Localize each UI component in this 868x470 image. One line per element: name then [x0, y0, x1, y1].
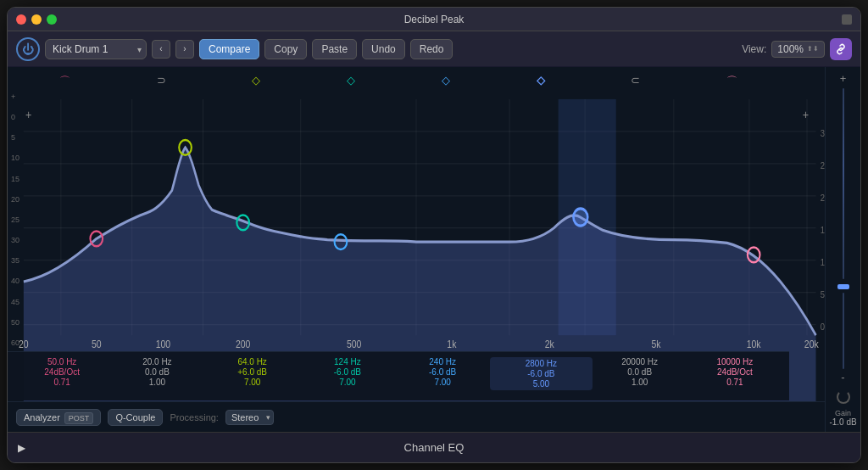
nav-back-button[interactable]: ‹: [152, 40, 170, 59]
preset-select[interactable]: Kick Drum 1: [45, 39, 147, 59]
band6-freq: 2800 Hz: [526, 359, 557, 368]
preset-wrapper: Kick Drum 1: [45, 39, 147, 59]
link-icon: [835, 43, 847, 55]
redo-button[interactable]: Redo: [410, 39, 453, 59]
band8-gain: 24dB/Oct: [717, 367, 753, 377]
processing-wrapper: Stereo Left Right Mid Side: [225, 409, 274, 425]
maximize-button[interactable]: [47, 14, 57, 25]
band2-freq: 20.0 Hz: [142, 357, 171, 366]
analyzer-label: Analyzer: [24, 412, 60, 422]
gain-value: -1.0 dB: [829, 417, 856, 427]
toolbar: ⏻ Kick Drum 1 ‹ › Compare Copy Paste Und…: [8, 31, 860, 67]
band7-freq: 20000 Hz: [621, 357, 658, 366]
qcouple-button[interactable]: Q-Couple: [108, 409, 163, 426]
svg-text:200: 200: [236, 338, 250, 350]
gain-slider-thumb[interactable]: [837, 284, 849, 289]
svg-text:20k: 20k: [804, 338, 819, 350]
band6-node: [573, 209, 587, 226]
svg-text:+: +: [803, 107, 809, 121]
svg-text:500: 500: [347, 338, 361, 350]
minimize-button[interactable]: [31, 14, 42, 25]
band3-q: 7.00: [244, 378, 260, 387]
close-button[interactable]: [16, 14, 26, 25]
traffic-lights: [16, 14, 57, 25]
svg-text:2k: 2k: [545, 338, 554, 350]
svg-text:10k: 10k: [747, 338, 761, 350]
band3-gain: +6.0 dB: [237, 367, 267, 377]
band6-info: 2800 Hz -6.0 dB 5.00: [490, 357, 592, 390]
svg-text:0: 0: [821, 322, 825, 332]
band4-q: 7.00: [339, 378, 355, 387]
svg-text:1k: 1k: [447, 338, 456, 350]
link-button[interactable]: [830, 38, 852, 60]
band7-q: 1.00: [632, 378, 648, 387]
power-button[interactable]: ⏻: [16, 37, 40, 61]
band3-freq: 64.0 Hz: [237, 357, 266, 366]
band1-freq: 50.0 Hz: [47, 357, 76, 366]
view-stepper-icon: ⬆⬇: [807, 45, 819, 53]
gain-plus-button[interactable]: +: [840, 72, 847, 85]
gain-minus-button[interactable]: -: [841, 371, 844, 383]
svg-text:+: +: [25, 107, 31, 121]
band6-gain: -6.0 dB: [527, 369, 554, 378]
band2-q: 1.00: [149, 378, 165, 387]
band8-info: 10000 Hz 24dB/Oct 0.71: [687, 357, 782, 387]
window-resize-button[interactable]: [842, 14, 852, 25]
window-title: Decibel Peak: [404, 14, 465, 25]
main-window: Decibel Peak ⏻ Kick Drum 1 ‹ › Compare C…: [7, 7, 861, 463]
post-badge: POST: [64, 412, 94, 424]
band8-q: 0.71: [726, 378, 743, 387]
svg-text:10: 10: [821, 257, 825, 267]
title-bar: Decibel Peak: [8, 8, 860, 31]
svg-text:15: 15: [821, 225, 825, 235]
eq-canvas[interactable]: ⌒ ⊃ ◇ ◇ ◇ ◇ ⊂ ⌒ + 0 5 10 15 20 25 30 35 …: [8, 67, 825, 432]
band4-gain: -6.0 dB: [334, 367, 361, 377]
analyzer-button[interactable]: Analyzer POST: [16, 409, 101, 426]
eq-area: ⌒ ⊃ ◇ ◇ ◇ ◇ ⊂ ⌒ + 0 5 10 15 20 25 30 35 …: [8, 67, 860, 432]
view-label: View:: [742, 43, 766, 55]
band1-gain: 24dB/Oct: [44, 367, 80, 377]
band1-info: 50.0 Hz 24dB/Oct 0.71: [14, 357, 109, 387]
band2-gain: 0.0 dB: [145, 367, 170, 377]
svg-text:100: 100: [156, 338, 170, 350]
band6-q: 5.00: [533, 379, 549, 389]
band5-freq: 240 Hz: [429, 357, 456, 366]
nav-forward-button[interactable]: ›: [175, 40, 194, 59]
band1-q: 0.71: [53, 378, 70, 387]
view-value: 100%: [777, 43, 804, 55]
gain-label: Gain: [835, 409, 851, 417]
band8-freq: 10000 Hz: [716, 357, 753, 366]
view-control[interactable]: 100% ⬆⬇: [771, 41, 825, 58]
processing-label: Processing:: [170, 412, 218, 422]
gain-slider-track: [843, 88, 844, 279]
processing-select[interactable]: Stereo Left Right Mid Side: [225, 410, 274, 425]
svg-text:5: 5: [821, 289, 825, 299]
footer-title: Channel EQ: [404, 441, 465, 454]
svg-text:25: 25: [821, 160, 825, 171]
band2-info: 20.0 Hz 0.0 dB 1.00: [109, 357, 204, 387]
bottom-controls-bar: Analyzer POST Q-Couple Processing: Stere…: [8, 401, 825, 432]
band5-info: 240 Hz -6.0 dB 7.00: [395, 357, 490, 387]
band-info-area: 50.0 Hz 24dB/Oct 0.71 20.0 Hz 0.0 dB 1.0…: [8, 351, 789, 400]
band5-gain: -6.0 dB: [429, 367, 456, 377]
band3-info: 64.0 Hz +6.0 dB 7.00: [205, 357, 300, 387]
svg-text:5k: 5k: [651, 338, 660, 350]
band5-q: 7.00: [434, 378, 450, 387]
gain-display: Gain -1.0 dB: [829, 409, 856, 427]
right-panel: + - Gain -1.0 dB: [825, 67, 860, 432]
paste-button[interactable]: Paste: [312, 39, 357, 59]
svg-text:50: 50: [92, 338, 102, 350]
compare-button[interactable]: Compare: [199, 39, 259, 59]
band4-info: 124 Hz -6.0 dB 7.00: [300, 357, 395, 387]
band4-freq: 124 Hz: [334, 357, 361, 366]
gain-reset-button[interactable]: [837, 390, 850, 404]
copy-button[interactable]: Copy: [264, 39, 307, 59]
window-footer: ▶ Channel EQ: [8, 432, 860, 462]
band7-gain: 0.0 dB: [627, 367, 652, 377]
band7-info: 20000 Hz 0.0 dB 1.00: [593, 357, 687, 387]
svg-text:20: 20: [19, 338, 29, 350]
svg-text:30: 30: [821, 128, 825, 138]
play-button[interactable]: ▶: [18, 442, 25, 454]
undo-button[interactable]: Undo: [362, 39, 405, 59]
svg-text:20: 20: [821, 193, 825, 203]
